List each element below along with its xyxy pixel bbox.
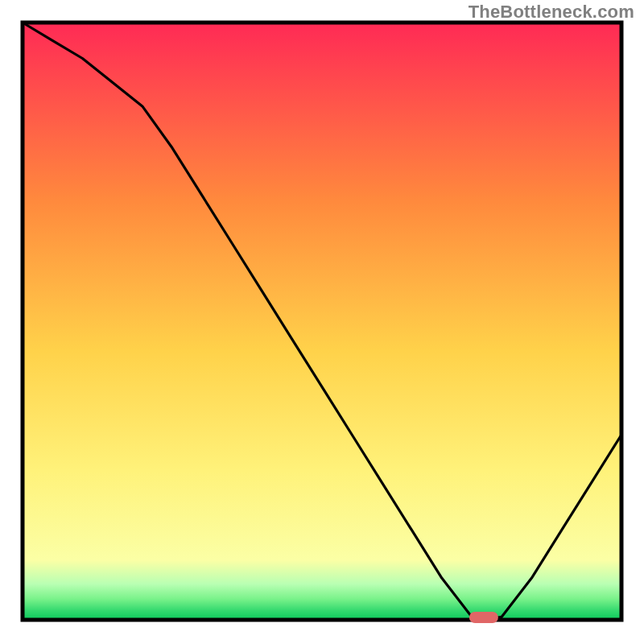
chart-stage: TheBottleneck.com	[0, 0, 644, 644]
bottleneck-plot	[0, 0, 644, 644]
heat-gradient-background	[23, 23, 621, 620]
optimal-point-marker	[469, 612, 498, 623]
